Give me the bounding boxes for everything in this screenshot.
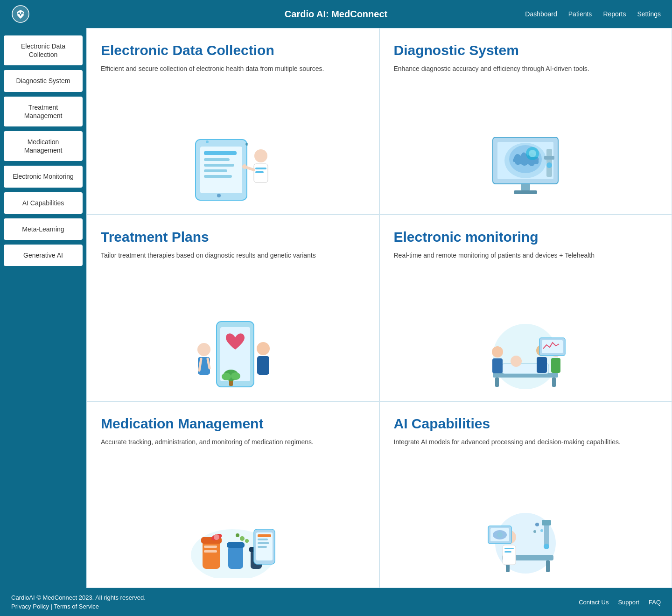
svg-rect-10: [255, 168, 266, 169]
sidebar: Electronic Data Collection Diagnostic Sy…: [0, 28, 86, 588]
svg-rect-59: [228, 546, 243, 569]
sidebar-item-diagnostic[interactable]: Diagnostic System: [4, 70, 83, 91]
svg-rect-79: [542, 520, 551, 525]
illustration-treatment: [182, 317, 284, 392]
svg-point-45: [511, 356, 522, 367]
svg-line-12: [247, 168, 254, 170]
card-title-treatment: Treatment Plans: [101, 229, 209, 245]
card-desc-diagnostic: Enhance diagnostic accuracy and efficien…: [394, 64, 589, 74]
footer: CardioAI © MedConnect 2023. All rights r…: [0, 588, 672, 616]
card-treatment: Treatment Plans Tailor treatment therapi…: [86, 215, 379, 401]
main-content: Electronic Data Collection Efficient and…: [86, 28, 672, 588]
card-electronic-data: Electronic Data Collection Efficient and…: [86, 28, 379, 215]
card-title-ai: AI Capabilities: [394, 416, 490, 432]
svg-point-91: [533, 530, 536, 533]
sidebar-item-medication[interactable]: Medication Management: [4, 131, 83, 161]
illustration-medication: [182, 504, 284, 578]
illustration-monitoring: [474, 317, 577, 392]
footer-faq[interactable]: FAQ: [649, 599, 661, 606]
svg-point-88: [497, 532, 503, 538]
svg-point-39: [231, 372, 240, 380]
card-image-diagnostic: [394, 130, 658, 205]
svg-point-80: [544, 544, 549, 549]
card-image-electronic-data: [101, 130, 365, 205]
sidebar-item-treatment[interactable]: Treatment Management: [4, 97, 83, 126]
header-nav: Dashboard Patients Reports Settings: [525, 10, 661, 18]
header: Cardio AI: MedConnect Dashboard Patients…: [0, 0, 672, 28]
card-desc-treatment: Tailor treatment therapies based on diag…: [101, 251, 316, 260]
card-desc-electronic-data: Efficient and secure collection of elect…: [101, 64, 324, 74]
nav-reports[interactable]: Reports: [603, 10, 626, 18]
svg-rect-23: [521, 184, 530, 190]
svg-rect-6: [204, 169, 227, 172]
sidebar-item-electronic-data[interactable]: Electronic Data Collection: [4, 35, 83, 65]
footer-copyright: CardioAI © MedConnect 2023. All rights r…: [11, 593, 146, 602]
body-layout: Electronic Data Collection Diagnostic Sy…: [0, 28, 672, 588]
card-desc-medication: Accurate tracking, administration, and m…: [101, 437, 314, 447]
svg-rect-43: [552, 378, 556, 387]
footer-right: Contact Us Support FAQ: [579, 599, 661, 606]
svg-rect-24: [514, 190, 537, 194]
svg-point-16: [245, 143, 248, 146]
svg-point-13: [242, 164, 247, 169]
nav-settings[interactable]: Settings: [637, 10, 661, 18]
svg-point-38: [222, 373, 231, 380]
svg-point-15: [206, 140, 209, 143]
card-desc-monitoring: Real-time and remote monitoring of patie…: [394, 251, 595, 260]
card-image-monitoring: [394, 317, 658, 392]
nav-patients[interactable]: Patients: [568, 10, 592, 18]
svg-rect-84: [504, 551, 511, 553]
logo-icon: [11, 5, 30, 23]
card-diagnostic: Diagnostic System Enhance diagnostic acc…: [379, 28, 672, 215]
svg-rect-72: [258, 542, 269, 544]
svg-rect-3: [204, 151, 237, 155]
footer-links-legal: Privacy Policy | Terms of Service: [11, 602, 146, 611]
svg-point-34: [257, 342, 270, 355]
illustration-diagnostic: [474, 130, 577, 205]
svg-rect-83: [504, 548, 514, 549]
svg-point-8: [254, 149, 267, 162]
svg-point-22: [529, 150, 536, 157]
svg-point-46: [492, 346, 503, 357]
sidebar-item-ai[interactable]: AI Capabilities: [4, 192, 83, 214]
svg-rect-71: [258, 539, 268, 540]
svg-rect-47: [492, 358, 503, 373]
card-title-monitoring: Electronic monitoring: [394, 229, 539, 245]
logo-container: [11, 5, 30, 23]
svg-point-40: [493, 324, 558, 389]
svg-point-14: [217, 194, 221, 197]
svg-rect-58: [204, 550, 217, 553]
svg-rect-4: [204, 158, 230, 161]
svg-point-67: [245, 539, 249, 543]
svg-point-66: [236, 533, 239, 537]
svg-rect-77: [546, 560, 550, 572]
card-title-electronic-data: Electronic Data Collection: [101, 42, 274, 58]
svg-point-89: [535, 523, 539, 526]
svg-rect-11: [255, 171, 264, 173]
svg-rect-26: [544, 156, 554, 160]
card-image-medication: [101, 504, 365, 578]
footer-contact-us[interactable]: Contact Us: [579, 599, 609, 606]
svg-rect-51: [551, 358, 560, 373]
card-medication: Medication Management Accurate tracking,…: [86, 401, 379, 588]
footer-left: CardioAI © MedConnect 2023. All rights r…: [11, 593, 146, 611]
svg-rect-49: [537, 357, 547, 373]
svg-rect-73: [258, 546, 267, 548]
svg-rect-35: [257, 356, 269, 375]
header-title: Cardio AI: MedConnect: [285, 9, 387, 20]
card-title-medication: Medication Management: [101, 416, 263, 432]
sidebar-item-monitoring[interactable]: Electronic Monitoring: [4, 166, 83, 187]
svg-point-30: [197, 343, 210, 356]
sidebar-item-meta-learning[interactable]: Meta-Learning: [4, 218, 83, 240]
svg-point-90: [540, 529, 543, 532]
card-desc-ai: Integrate AI models for advanced process…: [394, 437, 621, 447]
card-image-treatment: [101, 317, 365, 392]
svg-rect-70: [258, 534, 271, 537]
nav-dashboard[interactable]: Dashboard: [525, 10, 557, 18]
sidebar-item-generative-ai[interactable]: Generative AI: [4, 245, 83, 266]
svg-rect-60: [227, 542, 245, 548]
svg-point-27: [546, 162, 552, 168]
svg-rect-7: [204, 175, 232, 178]
illustration-electronic-data: [182, 130, 284, 205]
footer-support[interactable]: Support: [618, 599, 639, 606]
